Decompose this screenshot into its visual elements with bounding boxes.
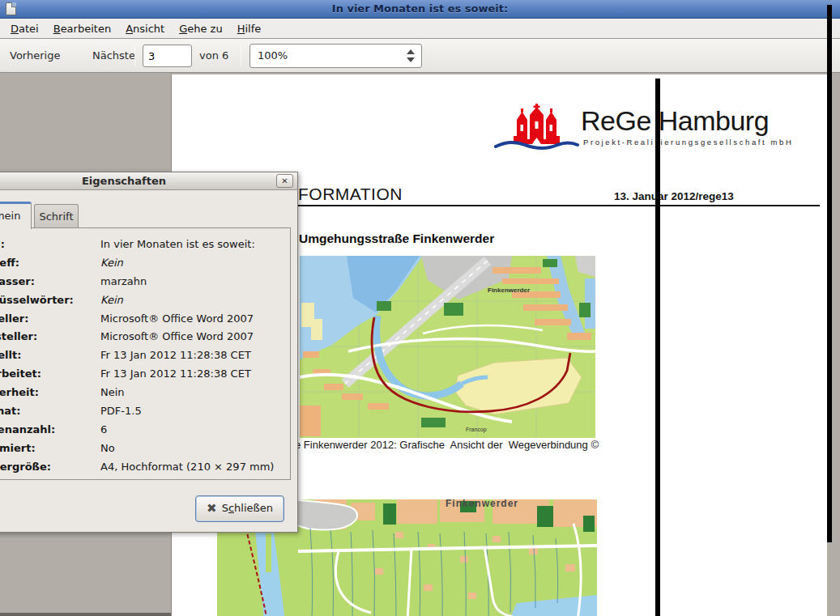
zoom-level-value: 100%	[258, 49, 288, 62]
spin-up-icon	[407, 49, 415, 54]
map1-caption: e Finkenwerder 2012: Grafische Ansicht d…	[295, 439, 599, 451]
menu-hilfe[interactable]: Hilfe	[230, 20, 269, 37]
press-information-heading: FORMATION	[298, 185, 403, 204]
tab-allgemein[interactable]: Allgemein	[0, 202, 32, 229]
property-row: Schlüsselwörter:Kein	[0, 291, 284, 310]
spinner-arrows-icon[interactable]	[405, 48, 416, 64]
page-edge-shadow	[655, 79, 660, 616]
close-x-icon: ✖	[207, 501, 217, 516]
dialog-titlebar: Eigenschaften ✕	[0, 172, 297, 190]
previous-page-button[interactable]: Vorherige	[5, 48, 65, 63]
window-title: In vier Monaten ist es soweit:	[0, 2, 840, 15]
article-heading: Umgehungsstraße Finkenwerder	[299, 232, 494, 246]
page-number-input[interactable]	[143, 45, 192, 67]
property-row: Papiergröße:A4, Hochformat (210 × 297 mm…	[0, 458, 284, 477]
menu-bearbeiten[interactable]: Bearbeiten	[46, 20, 118, 37]
toolbar-separator	[241, 45, 241, 66]
spin-down-icon	[407, 57, 415, 62]
window-bottom-edge	[0, 613, 171, 616]
next-page-button[interactable]: Nächste	[87, 48, 140, 63]
property-row: Hersteller:Microsoft® Office Word 2007	[0, 328, 284, 346]
properties-panel: Titel:In vier Monaten ist es soweit: Bet…	[0, 227, 291, 480]
page-count-label: von 6	[199, 49, 228, 62]
map1-town-label: Finkenwerder	[488, 287, 530, 294]
tab-schrift[interactable]: Schrift	[34, 204, 79, 228]
menu-ansicht[interactable]: Ansicht	[118, 20, 172, 37]
property-row: Seitenanzahl:6	[0, 421, 284, 440]
property-row: Format:PDF-1.5	[0, 402, 284, 421]
property-row: Bearbeitet:Fr 13 Jan 2012 11:28:38 CET	[0, 365, 284, 384]
menu-bar: Datei Bearbeiten Ansicht Gehe zu Hilfe	[0, 19, 840, 39]
close-button[interactable]: ✖Schließen	[195, 495, 284, 522]
dialog-close-icon[interactable]: ✕	[276, 174, 293, 188]
hamburg-castle-icon	[494, 104, 579, 154]
property-row: Verfasser:marzahn	[0, 273, 284, 291]
property-row: Sicherheit:Nein	[0, 384, 284, 402]
menu-datei[interactable]: Datei	[3, 20, 46, 37]
window-titlebar: In vier Monaten ist es soweit:	[0, 0, 840, 19]
logo-title: ReGe Hamburg	[581, 105, 769, 137]
properties-list: Titel:In vier Monaten ist es soweit: Bet…	[0, 236, 284, 477]
zoom-level-combobox[interactable]: 100%	[249, 44, 422, 68]
page-right-edge	[827, 5, 832, 542]
properties-dialog: Eigenschaften ✕ Allgemein Schrift Titel:…	[0, 172, 298, 533]
menu-gehe-zu[interactable]: Gehe zu	[172, 20, 230, 37]
document-date: 13. Januar 2012/rege13	[614, 190, 734, 202]
toolbar: Vorherige Nächste von 6 100%	[0, 39, 840, 73]
property-row: Ersteller:Microsoft® Office Word 2007	[0, 310, 284, 329]
map2-town-label: Finkenwerder	[446, 498, 518, 509]
property-row: Optimiert:No	[0, 440, 284, 458]
map-image-1: Finkenwerder Francop	[300, 256, 595, 438]
map1-village-label: Francop	[466, 427, 487, 432]
property-row: Titel:In vier Monaten ist es soweit:	[0, 236, 284, 254]
toolbar-separator	[134, 45, 135, 66]
dialog-title: Eigenschaften	[0, 175, 297, 187]
property-row: Betreff:Kein	[0, 254, 284, 273]
logo-subtitle: Projekt-Realisierungsgesellschaft mbH	[583, 138, 793, 147]
property-row: Erstellt:Fr 13 Jan 2012 11:28:38 CET	[0, 346, 284, 365]
